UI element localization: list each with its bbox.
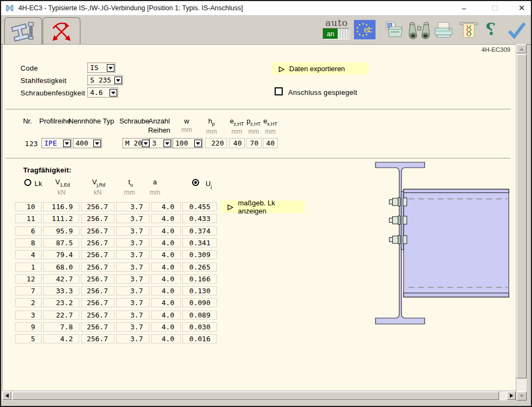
minimize-button[interactable]: –	[457, 1, 471, 15]
chevron-down-icon[interactable]	[63, 140, 71, 147]
chevron-down-icon[interactable]	[93, 140, 101, 147]
cell-v1ed: 111.2	[43, 214, 79, 223]
bolt-grade-value: 4.6	[88, 88, 103, 96]
vertical-scroll-thumb[interactable]	[516, 54, 527, 378]
cell-vjrd: 256.7	[81, 334, 114, 343]
steel-grade-select[interactable]: S 235	[87, 75, 123, 85]
cell-tu: 3.7	[116, 226, 149, 236]
auto-on-label: an	[323, 29, 338, 39]
uj-label: Uj	[206, 180, 212, 189]
steel-grade-value: S 235	[88, 76, 111, 84]
nennhoehe-select[interactable]: 400	[73, 138, 102, 148]
ibeam-bolt-icon	[10, 19, 36, 43]
cell-vjrd: 256.7	[81, 238, 114, 247]
col-header-pzht: pz,HTmm	[247, 117, 261, 135]
col-unit-tu: mm	[124, 189, 135, 196]
export-data-button[interactable]: ▷ Daten exportieren	[272, 63, 369, 74]
chevron-down-icon[interactable]	[107, 64, 114, 72]
table-row: 1242.7256.73.74.00.166	[2, 274, 229, 284]
table-row: 54.2256.73.74.00.016	[2, 334, 229, 343]
mirror-label: Anschluss gespiegelt	[288, 88, 357, 96]
col-header-typ: Typ	[103, 117, 114, 125]
code-label: Code	[21, 64, 38, 72]
cell-lk: 8	[15, 238, 42, 247]
vertical-scrollbar[interactable]	[516, 44, 527, 401]
cell-vjrd: 256.7	[81, 202, 114, 211]
close-button[interactable]: ✕	[515, 1, 529, 15]
scroll-right-button[interactable]	[507, 391, 516, 400]
cell-a: 4.0	[151, 202, 181, 211]
cell-lk: 3	[15, 311, 42, 320]
scroll-up-button[interactable]	[516, 44, 527, 53]
beam-bottom-flange	[404, 293, 509, 298]
radio-lk[interactable]	[24, 179, 31, 186]
cell-a: 4.0	[151, 298, 181, 307]
arrow-up-icon	[520, 45, 524, 51]
bolt-grade-select[interactable]: 4.6	[87, 87, 118, 98]
help-button[interactable]: ?	[486, 19, 496, 39]
auto-switch[interactable]: an	[323, 28, 350, 39]
cell-tu: 3.7	[116, 274, 149, 284]
chevron-down-icon[interactable]	[163, 140, 171, 147]
horizontal-scrollbar[interactable]	[2, 391, 516, 401]
cell-lk: 7	[15, 286, 42, 295]
cell-v1ed: 42.7	[43, 274, 79, 284]
w-select[interactable]: 100	[173, 138, 203, 148]
cell-uj: 0.130	[182, 286, 217, 295]
profilreihe-select[interactable]: IPE	[42, 138, 72, 148]
search-button[interactable]	[407, 20, 432, 40]
cell-v1ed: 33.3	[43, 286, 79, 295]
tab-connection-profile[interactable]	[4, 17, 42, 44]
arrow-right-icon	[510, 394, 515, 398]
scroll-down-button[interactable]	[516, 391, 527, 401]
chevron-down-icon[interactable]	[114, 77, 122, 84]
cell-a: 4.0	[151, 263, 181, 272]
col-unit-a: mm	[149, 189, 160, 196]
cell-uj: 0.090	[182, 298, 217, 307]
cell-tu: 3.7	[116, 238, 149, 247]
cell-tu: 3.7	[116, 334, 149, 343]
calc-print-button[interactable]	[384, 20, 405, 40]
mirror-checkbox[interactable]	[275, 87, 283, 95]
calc-print-icon	[384, 20, 405, 40]
cell-vjrd: 256.7	[81, 214, 114, 223]
nennhoehe-value: 400	[73, 139, 88, 147]
auto-toggle[interactable]: auto an	[323, 18, 351, 39]
col-header-tu: tu	[128, 178, 133, 188]
table-row: 733.3256.73.74.00.130	[2, 286, 229, 295]
table-row: 322.7256.73.74.00.089	[2, 311, 229, 320]
confirm-button[interactable]	[506, 19, 528, 40]
anzahl-reihen-select[interactable]: 3	[149, 138, 172, 148]
tab-loads[interactable]	[43, 17, 80, 44]
print-button[interactable]	[433, 20, 454, 40]
code-select[interactable]: IS	[87, 63, 115, 73]
table-row: 10116.9256.73.74.00.455	[2, 202, 229, 211]
cell-a: 4.0	[151, 286, 181, 295]
schraube-value: M 20	[123, 139, 142, 147]
maximize-button[interactable]	[488, 1, 502, 15]
schraube-select[interactable]: M 20	[122, 138, 149, 148]
col-header-w: wmm	[181, 117, 192, 134]
chevron-down-icon[interactable]	[142, 140, 149, 147]
chevron-down-icon[interactable]	[110, 89, 117, 96]
radio-uj[interactable]	[192, 179, 199, 186]
horizontal-scroll-thumb[interactable]	[12, 391, 499, 400]
cell-uj: 0.341	[182, 238, 217, 247]
cell-v1ed: 4.2	[43, 334, 79, 343]
chevron-down-icon[interactable]	[194, 140, 202, 147]
play-icon: ▷	[279, 65, 284, 73]
scroll-left-button[interactable]	[2, 391, 11, 400]
binoculars-icon	[407, 20, 432, 40]
cell-tu: 3.7	[116, 298, 149, 307]
cell-a: 4.0	[151, 214, 181, 223]
cell-a: 4.0	[151, 311, 181, 320]
lk-label: Lk	[35, 180, 42, 188]
cell-uj: 0.309	[182, 250, 217, 259]
table-row: 695.9256.73.74.00.374	[2, 226, 229, 236]
eurocode-button[interactable]: ec	[354, 19, 376, 40]
protocol-button[interactable]	[459, 19, 479, 40]
play-icon: ▷	[228, 203, 233, 211]
show-governing-lk-button[interactable]: ▷ maßgeb. Lk anzeigen	[221, 201, 305, 213]
cell-tu: 3.7	[116, 311, 149, 320]
col-header-exht: ex,HTmm	[263, 117, 277, 135]
